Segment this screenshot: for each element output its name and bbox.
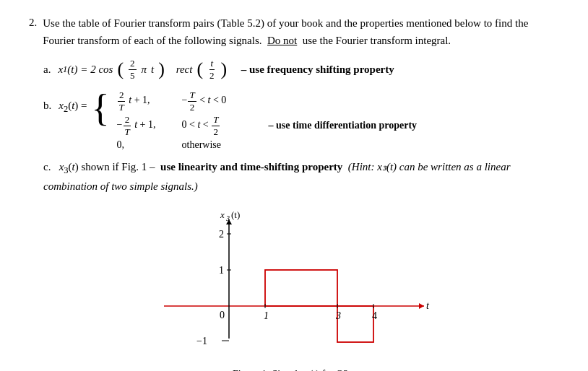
part-a: a. x1(t) = 2 cos ( 2 5 πt ) rect ( t 2 )… xyxy=(43,58,559,81)
bottom-rect xyxy=(337,306,373,342)
label-t1: 1 xyxy=(264,310,269,321)
y-axis-t: (t) xyxy=(231,209,240,220)
rect-text: rect xyxy=(176,64,193,76)
part-a-label: a. xyxy=(43,64,51,76)
label-t3: 3 xyxy=(335,310,341,321)
system-row-3: 0, otherwise xyxy=(117,139,418,151)
label-y-neg1: −1 xyxy=(196,336,207,346)
figure-caption-text: Figure 1: Signal x₃(t) for Q2c. xyxy=(233,369,355,371)
part-c: c. x3(t) shown if Fig. 1 – use linearity… xyxy=(43,158,559,195)
problem-header: 2. Use the table of Fourier transform pa… xyxy=(29,14,559,49)
signal-plot-svg: 1 3 4 1 2 −1 0 t x 3 (t) xyxy=(142,205,446,364)
paren-close-2: ) xyxy=(221,58,228,80)
y-axis-sub: 3 xyxy=(225,214,230,222)
part-b-label: b. xyxy=(43,100,51,112)
t-var: t xyxy=(151,64,154,76)
frac-t-num: t xyxy=(209,58,215,70)
frac-2-5: 2 5 xyxy=(129,58,137,81)
problem-text: Use the table of Fourier transform pairs… xyxy=(43,14,559,49)
brace-symbol: { xyxy=(92,90,110,127)
x-axis-label: t xyxy=(426,300,430,311)
paren-close-1: ) xyxy=(158,58,165,80)
paren-open-1: ( xyxy=(117,58,124,80)
figure-area: 1 3 4 1 2 −1 0 t x 3 (t) Figure 1: Signa… xyxy=(29,205,559,371)
part-c-signal: x3(t) shown if Fig. 1 – xyxy=(59,161,155,173)
part-c-label: c. xyxy=(43,161,56,173)
part-b: b. x2(t) = { 2 T t + 1, − T 2 < t < 0 xyxy=(43,90,559,150)
row3-cond: otherwise xyxy=(182,139,240,151)
part-b-note: – use time differentiation property xyxy=(269,120,418,131)
frac-T-2-pos: T 2 xyxy=(212,114,220,137)
row2-expr: − 2 T t + 1, xyxy=(117,114,175,137)
do-not-text: Do not xyxy=(267,35,297,46)
frac-T-2-neg: T 2 xyxy=(188,90,196,113)
row3-expr: 0, xyxy=(117,139,175,151)
y-axis-label: x xyxy=(220,209,225,220)
row1-expr: 2 T t + 1, xyxy=(117,90,175,113)
x-axis-arrow xyxy=(419,303,424,309)
part-c-note: use linearity and time-shifting property xyxy=(160,161,342,173)
part-a-equation: x1(t) = 2 cos xyxy=(58,64,113,76)
frac-den: 5 xyxy=(129,70,137,82)
label-y2: 2 xyxy=(219,229,224,240)
frac-2-T-neg: 2 T xyxy=(123,114,131,137)
figure-caption: Figure 1: Signal x₃(t) for Q2c. xyxy=(233,368,355,371)
part-a-note: – use frequency shifting property xyxy=(241,64,394,76)
top-rect xyxy=(265,270,337,306)
pi-symbol: π xyxy=(142,64,147,76)
system-rows: 2 T t + 1, − T 2 < t < 0 − 2 T t + 1, xyxy=(117,90,418,150)
label-y1: 1 xyxy=(219,265,224,276)
problem-number: 2. xyxy=(29,14,37,49)
system-row-1: 2 T t + 1, − T 2 < t < 0 xyxy=(117,90,418,113)
frac-t-2: t 2 xyxy=(208,58,216,81)
row2-cond: 0 < t < T 2 xyxy=(182,114,240,137)
part-b-signal: x2(t) = xyxy=(59,100,87,115)
problem-description2: use the Fourier transform integral. xyxy=(303,35,451,46)
frac-2-T-pos: 2 T xyxy=(118,90,126,113)
label-t4: 4 xyxy=(372,310,377,321)
frac-num: 2 xyxy=(129,58,137,70)
row1-cond: − T 2 < t < 0 xyxy=(182,90,240,113)
system-row-2: − 2 T t + 1, 0 < t < T 2 – use time diff… xyxy=(117,114,418,137)
frac-t-den: 2 xyxy=(208,70,216,82)
paren-open-2: ( xyxy=(196,58,203,80)
label-origin: 0 xyxy=(220,310,225,320)
